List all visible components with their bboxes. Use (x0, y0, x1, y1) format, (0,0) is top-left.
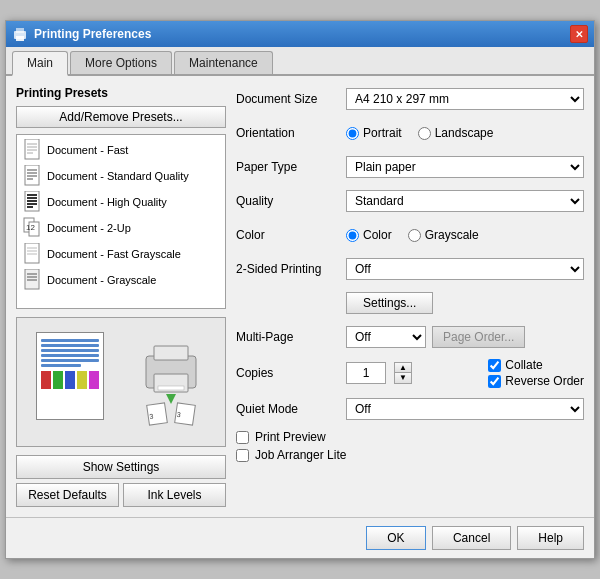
grayscale-radio[interactable] (408, 229, 421, 242)
paper-type-select[interactable]: Plain paper (346, 156, 584, 178)
landscape-radio[interactable] (418, 127, 431, 140)
color-option[interactable]: Color (346, 228, 392, 242)
printer-title-icon (12, 26, 28, 42)
document-size-control: A4 210 x 297 mm (346, 88, 584, 110)
bottom-checks: Print Preview Job Arranger Lite (236, 430, 584, 462)
list-item[interactable]: Document - Fast (17, 137, 225, 163)
paper-type-label: Paper Type (236, 160, 346, 174)
list-item[interactable]: Document - High Quality (17, 189, 225, 215)
quality-select[interactable]: Standard (346, 190, 584, 212)
multi-page-row: Multi-Page Off Page Order... (236, 324, 584, 350)
svg-rect-33 (158, 386, 184, 390)
ok-button[interactable]: OK (366, 526, 426, 550)
preset-label: Document - Grayscale (47, 274, 156, 286)
portrait-radio[interactable] (346, 127, 359, 140)
preview-area: 3 3 (16, 317, 226, 447)
document-fast-icon (23, 139, 41, 161)
presets-list[interactable]: Document - Fast Document - Standard Qual… (16, 134, 226, 309)
copies-input[interactable] (346, 362, 386, 384)
printer-preview: 3 3 (136, 336, 206, 429)
list-item[interactable]: Document - Standard Quality (17, 163, 225, 189)
copies-up-button[interactable]: ▲ (395, 363, 411, 373)
footer: OK Cancel Help (6, 517, 594, 558)
two-sided-select[interactable]: Off (346, 258, 584, 280)
copies-down-button[interactable]: ▼ (395, 373, 411, 383)
quiet-mode-row: Quiet Mode Off (236, 396, 584, 422)
portrait-label: Portrait (363, 126, 402, 140)
settings-button[interactable]: Settings... (346, 292, 433, 314)
svg-rect-22 (25, 243, 39, 263)
show-settings-button[interactable]: Show Settings (16, 455, 226, 479)
preset-label: Document - High Quality (47, 196, 167, 208)
tab-main[interactable]: Main (12, 51, 68, 76)
list-item[interactable]: 12 Document - 2-Up (17, 215, 225, 241)
close-button[interactable]: ✕ (570, 25, 588, 43)
svg-marker-34 (166, 394, 176, 404)
landscape-label: Landscape (435, 126, 494, 140)
copies-control: ▲ ▼ Collate Reverse Order (346, 358, 584, 388)
grayscale-label: Grayscale (425, 228, 479, 242)
svg-rect-3 (25, 139, 39, 159)
main-window: Printing Preferences ✕ Main More Options… (5, 20, 595, 559)
quiet-mode-label: Quiet Mode (236, 402, 346, 416)
multi-page-select[interactable]: Off (346, 326, 426, 348)
svg-rect-31 (154, 346, 188, 360)
ink-levels-button[interactable]: Ink Levels (123, 483, 226, 507)
document-size-label: Document Size (236, 92, 346, 106)
right-panel: Document Size A4 210 x 297 mm Orientatio… (236, 86, 584, 507)
document-size-select[interactable]: A4 210 x 297 mm (346, 88, 584, 110)
preset-label: Document - Fast (47, 144, 128, 156)
quality-row: Quality Standard (236, 188, 584, 214)
printer-svg: 3 3 (136, 336, 206, 426)
color-bars (37, 369, 103, 391)
reset-defaults-button[interactable]: Reset Defaults (16, 483, 119, 507)
quiet-mode-select[interactable]: Off (346, 398, 584, 420)
list-item[interactable]: Document - Grayscale (17, 267, 225, 293)
job-arranger-checkbox[interactable] (236, 449, 249, 462)
left-panel: Printing Presets Add/Remove Presets... D… (16, 86, 226, 507)
help-button[interactable]: Help (517, 526, 584, 550)
collate-checkbox[interactable] (488, 359, 501, 372)
multi-page-label: Multi-Page (236, 330, 346, 344)
collate-option[interactable]: Collate (488, 358, 584, 372)
orientation-control: Portrait Landscape (346, 126, 584, 140)
orientation-row: Orientation Portrait Landscape (236, 120, 584, 146)
portrait-option[interactable]: Portrait (346, 126, 402, 140)
color-radio[interactable] (346, 229, 359, 242)
two-sided-row: 2-Sided Printing Off (236, 256, 584, 282)
copies-label: Copies (236, 366, 346, 380)
reverse-order-option[interactable]: Reverse Order (488, 374, 584, 388)
color-label: Color (236, 228, 346, 242)
print-preview-option[interactable]: Print Preview (236, 430, 584, 444)
grayscale-option[interactable]: Grayscale (408, 228, 479, 242)
settings-row: Settings... (236, 290, 584, 316)
document-2up-icon: 12 (23, 217, 41, 239)
list-item[interactable]: Document - Fast Grayscale (17, 241, 225, 267)
print-preview-checkbox[interactable] (236, 431, 249, 444)
add-remove-presets-button[interactable]: Add/Remove Presets... (16, 106, 226, 128)
document-standard-icon (23, 165, 41, 187)
document-size-row: Document Size A4 210 x 297 mm (236, 86, 584, 112)
doc-page (36, 332, 104, 420)
print-preview-label: Print Preview (255, 430, 326, 444)
job-arranger-option[interactable]: Job Arranger Lite (236, 448, 584, 462)
tab-maintenance[interactable]: Maintenance (174, 51, 273, 74)
reverse-order-checkbox[interactable] (488, 375, 501, 388)
quality-label: Quality (236, 194, 346, 208)
copies-spinner: ▲ ▼ (394, 362, 412, 384)
paper-type-control: Plain paper (346, 156, 584, 178)
section-title: Printing Presets (16, 86, 226, 100)
page-order-button[interactable]: Page Order... (432, 326, 525, 348)
tab-more-options[interactable]: More Options (70, 51, 172, 74)
svg-rect-1 (16, 28, 24, 33)
title-bar: Printing Preferences ✕ (6, 21, 594, 47)
job-arranger-label: Job Arranger Lite (255, 448, 346, 462)
document-gray-icon (23, 269, 41, 291)
cancel-button[interactable]: Cancel (432, 526, 511, 550)
document-preview (36, 332, 111, 432)
quiet-mode-control: Off (346, 398, 584, 420)
svg-rect-8 (25, 165, 39, 185)
landscape-option[interactable]: Landscape (418, 126, 494, 140)
document-high-icon (23, 191, 41, 213)
doc-content (41, 339, 99, 367)
